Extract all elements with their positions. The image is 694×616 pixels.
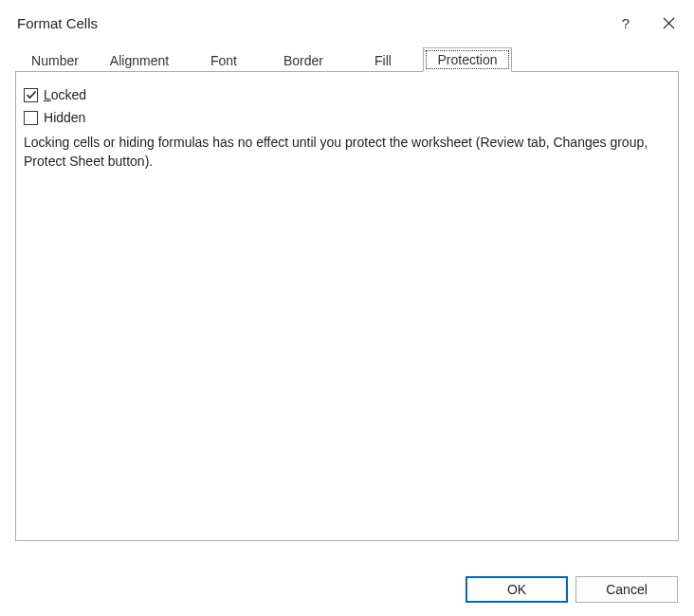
ok-button[interactable]: OK — [466, 576, 568, 603]
tab-underline — [15, 71, 679, 72]
close-button[interactable] — [662, 16, 675, 29]
tab-protection[interactable]: Protection — [423, 47, 512, 72]
hidden-label[interactable]: Hidden — [44, 110, 85, 125]
locked-label[interactable]: Locked — [44, 87, 86, 102]
tab-fill[interactable]: Fill — [343, 47, 423, 72]
tabstrip: Number Alignment Font Border Fill Protec… — [15, 47, 679, 72]
tab-font[interactable]: Font — [184, 47, 264, 72]
close-icon — [663, 17, 675, 29]
locked-checkbox-row: Locked — [24, 87, 670, 102]
tab-number[interactable]: Number — [15, 47, 95, 72]
titlebar: Format Cells ? — [0, 0, 694, 40]
help-button[interactable]: ? — [622, 15, 630, 31]
dialog-buttons: OK Cancel — [466, 576, 678, 603]
checkmark-icon — [26, 89, 37, 100]
cancel-button[interactable]: Cancel — [575, 576, 678, 603]
tab-alignment[interactable]: Alignment — [95, 47, 184, 72]
hidden-checkbox[interactable] — [24, 111, 38, 125]
dialog-title: Format Cells — [17, 15, 622, 31]
hidden-checkbox-row: Hidden — [24, 110, 670, 125]
dialog-body: Number Alignment Font Border Fill Protec… — [0, 40, 694, 541]
protection-info-text: Locking cells or hiding formulas has no … — [24, 133, 659, 172]
tab-border[interactable]: Border — [264, 47, 343, 72]
locked-checkbox[interactable] — [24, 88, 38, 102]
tab-content-protection: Locked Hidden Locking cells or hiding fo… — [15, 72, 679, 541]
titlebar-controls: ? — [622, 15, 681, 31]
